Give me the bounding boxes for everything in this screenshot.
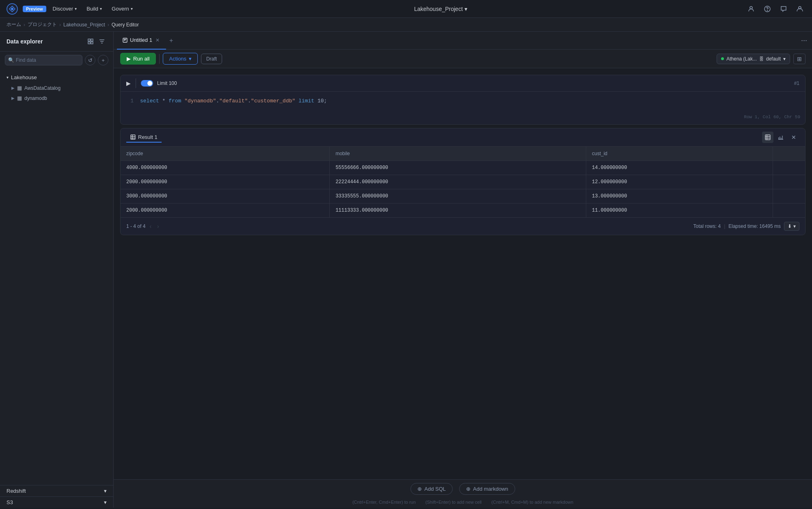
nav-govern[interactable]: Govern ▾ (108, 4, 136, 13)
sidebar-filter-btn[interactable] (97, 37, 107, 46)
table-cell: 13.000000000 (586, 189, 773, 204)
chevron-down-icon: ▾ (131, 6, 133, 11)
main-layout: Data explorer � (0, 32, 812, 508)
sidebar-section-header-lakehouse[interactable]: ▾ Lakehouse (0, 72, 113, 83)
sidebar-header-icons (86, 37, 107, 46)
chat-nav-btn[interactable] (778, 3, 789, 15)
code-editor: ▶ Limit 100 #1 1 select * from "dynamodb… (120, 75, 806, 125)
table-row: 2000.00000000022224444.00000000012.00000… (121, 175, 805, 189)
nav-discover[interactable]: Discover ▾ (50, 4, 80, 13)
table-cell: 12.000000000 (586, 175, 773, 189)
app-logo (6, 3, 18, 15)
actions-button[interactable]: Actions ▾ (163, 53, 198, 65)
col-header-mobile: mobile (330, 147, 586, 161)
user-nav-btn[interactable] (794, 3, 806, 15)
table-body: 4000.00000000055556666.00000000014.00000… (121, 161, 805, 218)
tab-untitled1[interactable]: Untitled 1 ✕ (117, 32, 166, 50)
nav-build[interactable]: Build ▾ (83, 4, 105, 13)
query-area: Untitled 1 ✕ + ··· ▶ Run all Actions ▾ D… (114, 32, 812, 508)
line-number-1: 1 (127, 97, 134, 106)
chevron-up-icon: ▾ (6, 75, 9, 80)
add-markdown-btn[interactable]: ⊕ Add markdown (459, 483, 515, 495)
sidebar-title: Data explorer (6, 38, 43, 45)
result-tab-1[interactable]: Result 1 (126, 132, 162, 143)
project-selector[interactable]: Lakehouse_Project ▾ (414, 6, 467, 12)
add-sql-btn[interactable]: ⊕ Add SQL (410, 483, 453, 495)
db-icon-2: ▦ (17, 95, 22, 101)
run-all-button[interactable]: ▶ Run all (120, 53, 156, 65)
table-row: 3000.00000000033335555.00000000013.00000… (121, 189, 805, 204)
chevron-right-icon-2: ▶ (11, 96, 15, 100)
sidebar-section-header-s3[interactable]: S3 ▾ (0, 497, 113, 508)
table-cell: 14.000000000 (586, 161, 773, 175)
search-user-nav-btn[interactable] (745, 3, 757, 15)
breadcrumb-home[interactable]: ホーム (6, 21, 21, 28)
next-page-btn[interactable]: › (155, 222, 161, 230)
sidebar-section-header-redshift[interactable]: Redshift ▾ (0, 485, 113, 496)
tab-add-btn[interactable]: + (166, 36, 176, 45)
chart-view-btn[interactable] (775, 132, 786, 143)
breadcrumb-lakehouse[interactable]: Lakehouse_Project (63, 22, 105, 28)
table-cell: 3000.000000000 (121, 189, 330, 204)
pagination: 1 - 4 of 4 ‹ › (126, 222, 161, 230)
sidebar-item-dynamodb[interactable]: ▶ ▦ dynamodb (0, 93, 113, 103)
table-cell: 2000.000000000 (121, 175, 330, 189)
code-body[interactable]: 1 select * from "dynamodb"."default"."cu… (121, 92, 805, 124)
search-input[interactable] (5, 55, 82, 65)
elapsed-time: Elapsed time: 16495 ms (728, 223, 781, 229)
table-cell (773, 204, 805, 218)
table-view-btn[interactable] (762, 132, 773, 143)
nav-center: Lakehouse_Project ▾ (139, 6, 742, 12)
table-cell: 11113333.000000000 (330, 204, 586, 218)
draft-button[interactable]: Draft (201, 54, 222, 64)
search-icon: 🔍 (8, 57, 14, 63)
sidebar-bottom: Redshift ▾ S3 ▾ (0, 485, 113, 508)
table-cell: 33335555.000000000 (330, 189, 586, 204)
col-header-zipcode: zipcode (121, 147, 330, 161)
sidebar-item-label-dynamodb: dynamodb (24, 95, 47, 101)
sidebar: Data explorer � (0, 32, 114, 508)
breadcrumb-current: Query Editor (112, 22, 139, 28)
results-icons: ✕ (762, 132, 799, 143)
breadcrumb-sep2: › (59, 22, 61, 28)
close-result-btn[interactable]: ✕ (788, 132, 799, 143)
db-schema-icon: 🗄 (759, 56, 764, 61)
plus-icon: ⊕ (417, 486, 422, 492)
col-header-cust-id: cust_id (586, 147, 773, 161)
download-btn[interactable]: ⬇ ▾ (784, 222, 799, 231)
sidebar-item-label-awsdatacatalog: AwsDataCatalog (24, 85, 60, 91)
cell-number: #1 (794, 80, 799, 86)
tab-close-btn[interactable]: ✕ (155, 37, 160, 43)
sidebar-add-btn[interactable]: + (98, 55, 108, 65)
sidebar-item-awsdatacatalog[interactable]: ▶ ▦ AwsDataCatalog (0, 83, 113, 93)
prev-page-btn[interactable]: ‹ (148, 222, 153, 230)
table-cell (773, 189, 805, 204)
sidebar-view-btn[interactable] (86, 37, 95, 46)
cursor-position: Row 1, Col 60, Chr 59 (744, 113, 800, 121)
results-footer: 1 - 4 of 4 ‹ › Total rows: 4 | Elapsed t… (121, 217, 805, 235)
preview-badge: Preview (23, 6, 46, 12)
chevron-down-icon-actions: ▾ (189, 56, 192, 62)
limit-label: Limit 100 (157, 80, 177, 86)
table-cell (773, 161, 805, 175)
sidebar-refresh-btn[interactable]: ↺ (85, 55, 95, 65)
sidebar-section-label-s3: S3 (6, 499, 13, 505)
cell-play-btn[interactable]: ▶ (126, 80, 131, 87)
toolbar-separator (159, 54, 160, 64)
bottom-add-bar: ⊕ Add SQL ⊕ Add markdown (Cntrl+Enter, C… (114, 479, 812, 508)
sidebar-section-label-redshift: Redshift (6, 488, 26, 494)
play-icon: ▶ (127, 56, 131, 62)
breadcrumb: ホーム › プロジェクト › Lakehouse_Project › Query… (0, 18, 812, 32)
more-options-btn[interactable]: ··· (799, 35, 809, 46)
limit-toggle-btn[interactable] (141, 80, 153, 87)
shortcut-hint-run: (Cntrl+Enter, Cmd+Enter) to run (352, 500, 416, 505)
table-cell: 11.000000000 (586, 204, 773, 218)
sidebar-section-lakehouse: ▾ Lakehouse ▶ ▦ AwsDataCatalog ▶ ▦ dynam… (0, 69, 113, 106)
top-nav: Preview Discover ▾ Build ▾ Govern ▾ Lake… (0, 0, 812, 18)
grid-view-button[interactable]: ⊞ (793, 54, 806, 64)
connection-badge[interactable]: Athena (Lak... 🗄 default ▾ (717, 54, 790, 64)
table-row: 4000.00000000055556666.00000000014.00000… (121, 161, 805, 175)
breadcrumb-projects[interactable]: プロジェクト (28, 21, 57, 28)
question-nav-btn[interactable] (762, 3, 773, 15)
svg-point-4 (767, 10, 768, 11)
